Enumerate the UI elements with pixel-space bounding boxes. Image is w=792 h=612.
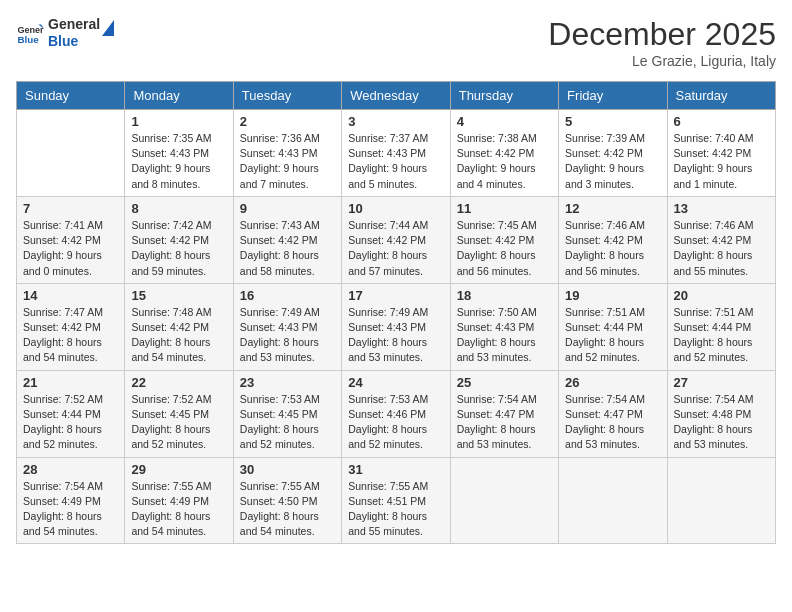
day-info: Sunrise: 7:46 AMSunset: 4:42 PMDaylight:…: [674, 218, 769, 279]
day-info: Sunrise: 7:41 AMSunset: 4:42 PMDaylight:…: [23, 218, 118, 279]
day-info: Sunrise: 7:49 AMSunset: 4:43 PMDaylight:…: [240, 305, 335, 366]
day-number: 5: [565, 114, 660, 129]
calendar-week-4: 21 Sunrise: 7:52 AMSunset: 4:44 PMDaylig…: [17, 370, 776, 457]
day-number: 20: [674, 288, 769, 303]
day-number: 17: [348, 288, 443, 303]
day-number: 23: [240, 375, 335, 390]
calendar-week-2: 7 Sunrise: 7:41 AMSunset: 4:42 PMDayligh…: [17, 196, 776, 283]
day-number: 30: [240, 462, 335, 477]
day-info: Sunrise: 7:49 AMSunset: 4:43 PMDaylight:…: [348, 305, 443, 366]
col-sunday: Sunday: [17, 82, 125, 110]
day-number: 29: [131, 462, 226, 477]
day-info: Sunrise: 7:44 AMSunset: 4:42 PMDaylight:…: [348, 218, 443, 279]
calendar-cell: 26 Sunrise: 7:54 AMSunset: 4:47 PMDaylig…: [559, 370, 667, 457]
calendar-cell: [559, 457, 667, 544]
col-tuesday: Tuesday: [233, 82, 341, 110]
day-info: Sunrise: 7:39 AMSunset: 4:42 PMDaylight:…: [565, 131, 660, 192]
logo-icon: General Blue: [16, 19, 44, 47]
day-info: Sunrise: 7:42 AMSunset: 4:42 PMDaylight:…: [131, 218, 226, 279]
day-info: Sunrise: 7:53 AMSunset: 4:46 PMDaylight:…: [348, 392, 443, 453]
calendar-cell: 1 Sunrise: 7:35 AMSunset: 4:43 PMDayligh…: [125, 110, 233, 197]
calendar-cell: 14 Sunrise: 7:47 AMSunset: 4:42 PMDaylig…: [17, 283, 125, 370]
day-number: 24: [348, 375, 443, 390]
day-number: 15: [131, 288, 226, 303]
day-number: 14: [23, 288, 118, 303]
day-info: Sunrise: 7:50 AMSunset: 4:43 PMDaylight:…: [457, 305, 552, 366]
calendar-cell: 18 Sunrise: 7:50 AMSunset: 4:43 PMDaylig…: [450, 283, 558, 370]
day-info: Sunrise: 7:35 AMSunset: 4:43 PMDaylight:…: [131, 131, 226, 192]
col-wednesday: Wednesday: [342, 82, 450, 110]
svg-marker-3: [102, 20, 114, 36]
day-info: Sunrise: 7:52 AMSunset: 4:45 PMDaylight:…: [131, 392, 226, 453]
calendar-cell: 3 Sunrise: 7:37 AMSunset: 4:43 PMDayligh…: [342, 110, 450, 197]
day-info: Sunrise: 7:55 AMSunset: 4:50 PMDaylight:…: [240, 479, 335, 540]
calendar-cell: 16 Sunrise: 7:49 AMSunset: 4:43 PMDaylig…: [233, 283, 341, 370]
day-info: Sunrise: 7:48 AMSunset: 4:42 PMDaylight:…: [131, 305, 226, 366]
day-number: 28: [23, 462, 118, 477]
svg-text:Blue: Blue: [17, 34, 39, 45]
calendar-cell: 25 Sunrise: 7:54 AMSunset: 4:47 PMDaylig…: [450, 370, 558, 457]
day-number: 16: [240, 288, 335, 303]
calendar-cell: 28 Sunrise: 7:54 AMSunset: 4:49 PMDaylig…: [17, 457, 125, 544]
calendar-header-row: Sunday Monday Tuesday Wednesday Thursday…: [17, 82, 776, 110]
day-number: 8: [131, 201, 226, 216]
calendar-cell: 21 Sunrise: 7:52 AMSunset: 4:44 PMDaylig…: [17, 370, 125, 457]
calendar-cell: 23 Sunrise: 7:53 AMSunset: 4:45 PMDaylig…: [233, 370, 341, 457]
calendar-cell: 19 Sunrise: 7:51 AMSunset: 4:44 PMDaylig…: [559, 283, 667, 370]
calendar-cell: 9 Sunrise: 7:43 AMSunset: 4:42 PMDayligh…: [233, 196, 341, 283]
calendar-week-3: 14 Sunrise: 7:47 AMSunset: 4:42 PMDaylig…: [17, 283, 776, 370]
day-number: 22: [131, 375, 226, 390]
day-info: Sunrise: 7:46 AMSunset: 4:42 PMDaylight:…: [565, 218, 660, 279]
day-info: Sunrise: 7:55 AMSunset: 4:51 PMDaylight:…: [348, 479, 443, 540]
col-thursday: Thursday: [450, 82, 558, 110]
day-number: 11: [457, 201, 552, 216]
calendar-cell: 15 Sunrise: 7:48 AMSunset: 4:42 PMDaylig…: [125, 283, 233, 370]
calendar-cell: 7 Sunrise: 7:41 AMSunset: 4:42 PMDayligh…: [17, 196, 125, 283]
calendar-cell: 4 Sunrise: 7:38 AMSunset: 4:42 PMDayligh…: [450, 110, 558, 197]
calendar-cell: 12 Sunrise: 7:46 AMSunset: 4:42 PMDaylig…: [559, 196, 667, 283]
day-info: Sunrise: 7:54 AMSunset: 4:48 PMDaylight:…: [674, 392, 769, 453]
day-info: Sunrise: 7:51 AMSunset: 4:44 PMDaylight:…: [674, 305, 769, 366]
col-saturday: Saturday: [667, 82, 775, 110]
day-info: Sunrise: 7:45 AMSunset: 4:42 PMDaylight:…: [457, 218, 552, 279]
calendar-cell: 31 Sunrise: 7:55 AMSunset: 4:51 PMDaylig…: [342, 457, 450, 544]
day-number: 6: [674, 114, 769, 129]
calendar-cell: [667, 457, 775, 544]
day-number: 3: [348, 114, 443, 129]
day-info: Sunrise: 7:40 AMSunset: 4:42 PMDaylight:…: [674, 131, 769, 192]
calendar-cell: 10 Sunrise: 7:44 AMSunset: 4:42 PMDaylig…: [342, 196, 450, 283]
calendar-cell: [450, 457, 558, 544]
calendar-cell: 17 Sunrise: 7:49 AMSunset: 4:43 PMDaylig…: [342, 283, 450, 370]
day-number: 12: [565, 201, 660, 216]
day-number: 18: [457, 288, 552, 303]
calendar-cell: 8 Sunrise: 7:42 AMSunset: 4:42 PMDayligh…: [125, 196, 233, 283]
calendar-cell: 5 Sunrise: 7:39 AMSunset: 4:42 PMDayligh…: [559, 110, 667, 197]
calendar-cell: 27 Sunrise: 7:54 AMSunset: 4:48 PMDaylig…: [667, 370, 775, 457]
calendar-table: Sunday Monday Tuesday Wednesday Thursday…: [16, 81, 776, 544]
day-info: Sunrise: 7:52 AMSunset: 4:44 PMDaylight:…: [23, 392, 118, 453]
day-number: 9: [240, 201, 335, 216]
logo-triangle-icon: [100, 18, 122, 40]
location-subtitle: Le Grazie, Liguria, Italy: [548, 53, 776, 69]
calendar-week-1: 1 Sunrise: 7:35 AMSunset: 4:43 PMDayligh…: [17, 110, 776, 197]
day-number: 25: [457, 375, 552, 390]
month-title: December 2025: [548, 16, 776, 53]
day-number: 31: [348, 462, 443, 477]
logo: General Blue General Blue: [16, 16, 122, 50]
calendar-cell: 22 Sunrise: 7:52 AMSunset: 4:45 PMDaylig…: [125, 370, 233, 457]
day-number: 10: [348, 201, 443, 216]
calendar-cell: 24 Sunrise: 7:53 AMSunset: 4:46 PMDaylig…: [342, 370, 450, 457]
day-info: Sunrise: 7:37 AMSunset: 4:43 PMDaylight:…: [348, 131, 443, 192]
calendar-cell: [17, 110, 125, 197]
calendar-cell: 13 Sunrise: 7:46 AMSunset: 4:42 PMDaylig…: [667, 196, 775, 283]
day-number: 21: [23, 375, 118, 390]
col-monday: Monday: [125, 82, 233, 110]
logo-blue: Blue: [48, 33, 100, 50]
day-number: 7: [23, 201, 118, 216]
page-header: General Blue General Blue December 2025 …: [16, 16, 776, 69]
day-number: 1: [131, 114, 226, 129]
col-friday: Friday: [559, 82, 667, 110]
calendar-cell: 2 Sunrise: 7:36 AMSunset: 4:43 PMDayligh…: [233, 110, 341, 197]
day-info: Sunrise: 7:43 AMSunset: 4:42 PMDaylight:…: [240, 218, 335, 279]
day-info: Sunrise: 7:54 AMSunset: 4:47 PMDaylight:…: [457, 392, 552, 453]
